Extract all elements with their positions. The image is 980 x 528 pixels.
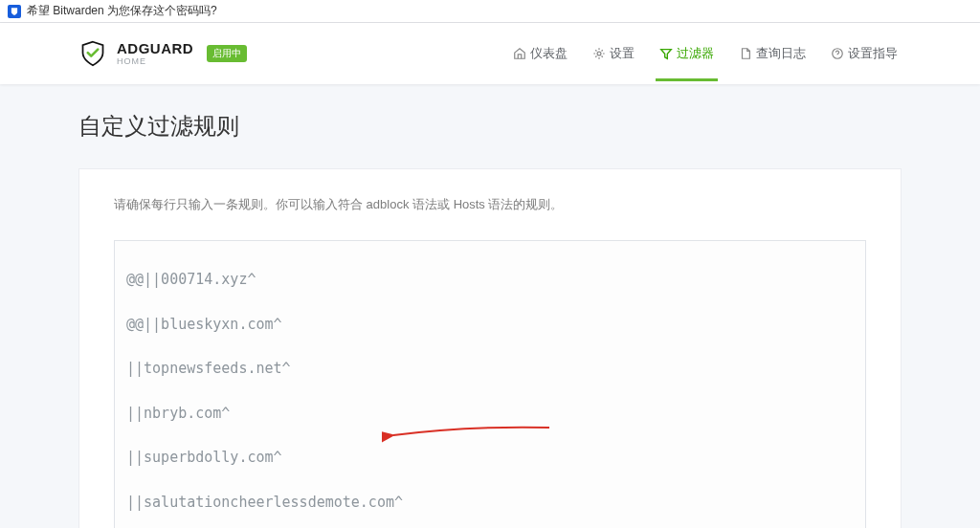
brand-subtitle: HOME bbox=[117, 57, 193, 66]
brand-text: ADGUARD HOME bbox=[117, 41, 193, 66]
home-icon bbox=[513, 47, 526, 60]
brand-name: ADGUARD bbox=[117, 41, 193, 55]
brand[interactable]: ADGUARD HOME 启用中 bbox=[78, 39, 247, 68]
rule-line: @@||blueskyxn.com^ bbox=[126, 314, 854, 336]
rules-hint: 请确保每行只输入一条规则。你可以输入符合 adblock 语法或 Hosts 语… bbox=[114, 196, 866, 213]
rule-line: ||topnewsfeeds.net^ bbox=[126, 358, 854, 380]
nav-dashboard-label: 仪表盘 bbox=[530, 45, 568, 62]
bitwarden-icon bbox=[8, 5, 21, 18]
nav-settings[interactable]: 设置 bbox=[589, 26, 638, 81]
browser-notification-text: 希望 Bitwarden 为您保存这个密码吗? bbox=[27, 3, 217, 19]
gear-icon bbox=[592, 47, 606, 60]
rules-panel: 请确保每行只输入一条规则。你可以输入符合 adblock 语法或 Hosts 语… bbox=[78, 168, 902, 528]
document-icon bbox=[739, 47, 752, 60]
rule-line: @@||000714.xyz^ bbox=[126, 269, 854, 291]
nav-settings-label: 设置 bbox=[610, 45, 635, 62]
rule-line: ||superbdolly.com^ bbox=[126, 447, 854, 469]
nav-query-logs-label: 查询日志 bbox=[756, 45, 806, 62]
header: ADGUARD HOME 启用中 仪表盘 设置 bbox=[0, 23, 980, 84]
top-nav: 仪表盘 设置 过滤器 查询日志 bbox=[509, 26, 902, 81]
nav-dashboard[interactable]: 仪表盘 bbox=[509, 26, 571, 81]
nav-setup-guide-label: 设置指导 bbox=[848, 45, 898, 62]
adguard-logo-icon bbox=[78, 39, 107, 68]
nav-filters-label: 过滤器 bbox=[677, 45, 714, 62]
rule-line: ||nbryb.com^ bbox=[126, 403, 854, 425]
help-icon bbox=[831, 47, 844, 60]
browser-notification-bar: 希望 Bitwarden 为您保存这个密码吗? bbox=[0, 0, 980, 23]
rule-line: ||salutationcheerlessdemote.com^ bbox=[126, 492, 854, 514]
page-title: 自定义过滤规则 bbox=[78, 84, 902, 168]
filter-icon bbox=[659, 47, 673, 60]
svg-point-0 bbox=[597, 52, 601, 55]
nav-setup-guide[interactable]: 设置指导 bbox=[827, 26, 902, 81]
nav-filters[interactable]: 过滤器 bbox=[656, 26, 718, 81]
rules-textarea[interactable]: @@||000714.xyz^ @@||blueskyxn.com^ ||top… bbox=[114, 240, 866, 528]
status-badge: 启用中 bbox=[207, 45, 247, 62]
nav-query-logs[interactable]: 查询日志 bbox=[735, 26, 810, 81]
